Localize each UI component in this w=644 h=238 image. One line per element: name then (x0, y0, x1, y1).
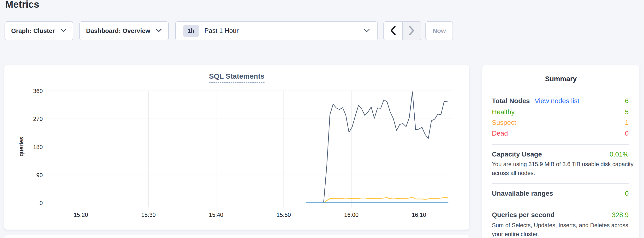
view-nodes-list-link[interactable]: View nodes list (534, 97, 579, 105)
svg-text:15:30: 15:30 (141, 211, 156, 218)
svg-text:360: 360 (33, 88, 43, 94)
unavailable-ranges-value: 0 (625, 190, 629, 197)
summary-row-capacity: Capacity Usage 0.01% (492, 149, 629, 160)
chevron-right-icon (409, 26, 414, 36)
graph-dropdown-label: Graph: Cluster (11, 27, 55, 35)
chart-title[interactable]: SQL Statements (209, 72, 264, 83)
time-range-label: Past 1 Hour (204, 27, 239, 35)
sql-statements-chart[interactable]: 09018027036015:2015:3015:4015:5016:0016:… (31, 87, 460, 224)
chevron-down-icon (156, 28, 162, 33)
chevron-down-icon (364, 29, 370, 33)
y-axis-label: queries (18, 137, 25, 157)
dashboard-dropdown[interactable]: Dashboard: Overview (80, 21, 169, 40)
suspect-value: 1 (625, 119, 629, 127)
summary-row-unavailable-ranges: Unavailable ranges 0 (492, 188, 629, 199)
prev-time-window-button[interactable] (384, 22, 402, 40)
unavailable-ranges-label: Unavailable ranges (492, 190, 553, 197)
svg-text:270: 270 (33, 116, 43, 122)
svg-text:0: 0 (40, 200, 43, 206)
divider (492, 144, 629, 145)
next-chart-card-peek (4, 235, 469, 238)
dashboard-dropdown-label: Dashboard: Overview (86, 27, 150, 35)
svg-text:90: 90 (36, 172, 43, 178)
graph-dropdown[interactable]: Graph: Cluster (4, 21, 73, 40)
dead-value: 0 (625, 130, 629, 137)
summary-row-qps: Queries per second 328.9 (492, 210, 629, 220)
summary-row-dead: Dead 0 (492, 128, 629, 139)
healthy-label: Healthy (492, 108, 515, 116)
capacity-usage-value: 0.01% (610, 151, 629, 158)
chevron-down-icon (60, 28, 67, 33)
summary-title: Summary (482, 75, 640, 83)
summary-row-total-nodes: Total Nodes View nodes list 6 (492, 96, 629, 106)
suspect-label: Suspect (492, 119, 516, 127)
time-range-badge: 1h (183, 25, 199, 37)
healthy-value: 5 (625, 108, 629, 116)
time-range-dropdown[interactable]: 1h Past 1 Hour (175, 21, 378, 40)
divider (492, 204, 629, 204)
svg-text:15:40: 15:40 (209, 211, 224, 218)
queries-per-second-label: Queries per second (492, 211, 554, 219)
next-time-window-button[interactable] (402, 22, 421, 40)
queries-per-second-description: Sum of Selects, Updates, Inserts, and De… (492, 221, 634, 238)
total-nodes-value: 6 (625, 97, 629, 105)
page-title: Metrics (5, 0, 39, 10)
total-nodes-label: Total Nodes (492, 97, 530, 105)
queries-per-second-value: 328.9 (612, 211, 629, 219)
divider (492, 183, 629, 184)
time-window-nav (384, 21, 421, 40)
dead-label: Dead (492, 130, 508, 137)
sql-statements-chart-card: SQL Statements queries 09018027036015:20… (4, 65, 469, 229)
svg-text:16:10: 16:10 (412, 211, 426, 218)
svg-text:15:20: 15:20 (74, 211, 88, 218)
summary-row-suspect: Suspect 1 (492, 117, 629, 128)
metrics-page: Metrics Graph: Cluster Dashboard: Overvi… (0, 0, 644, 238)
svg-text:180: 180 (33, 144, 43, 150)
svg-text:15:50: 15:50 (276, 211, 291, 218)
capacity-usage-description: You are using 315.9 MiB of 3.6 TiB usabl… (492, 160, 634, 177)
svg-text:16:00: 16:00 (344, 211, 358, 218)
summary-panel: Summary Total Nodes View nodes list 6 He… (482, 65, 640, 238)
now-button[interactable]: Now (426, 21, 453, 40)
capacity-usage-label: Capacity Usage (492, 151, 542, 158)
summary-row-healthy: Healthy 5 (492, 107, 629, 117)
chevron-left-icon (390, 26, 396, 36)
